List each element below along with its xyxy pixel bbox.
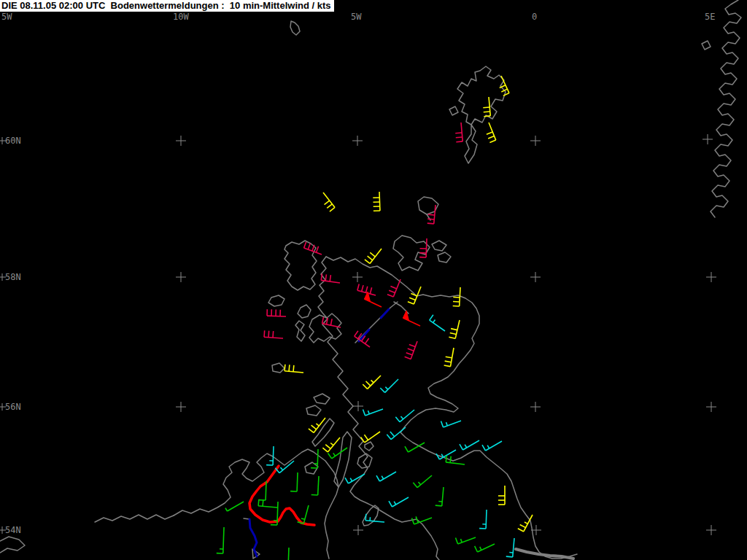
wind-barb bbox=[361, 432, 380, 443]
wind-barb bbox=[365, 249, 382, 263]
wind-barb bbox=[267, 309, 286, 316]
wind-barb bbox=[373, 192, 380, 211]
wind-barb bbox=[328, 448, 347, 459]
wind-barb-tick bbox=[450, 332, 457, 334]
lon-label: 5E bbox=[705, 12, 715, 22]
wind-barb-tick bbox=[394, 502, 396, 505]
wind-barb-tick bbox=[325, 445, 330, 449]
wind-barb-shaft bbox=[264, 337, 283, 338]
wind-barb-tick bbox=[488, 136, 494, 139]
wind-barb-tick bbox=[316, 246, 318, 252]
wind-barb-tick bbox=[293, 365, 294, 372]
wind-barb-tick bbox=[441, 421, 443, 427]
wind-barb-tick bbox=[330, 319, 332, 325]
wind-barb-shaft bbox=[266, 481, 266, 500]
wind-barb-shaft bbox=[434, 205, 436, 224]
title-bar: DIE 08.11.05 02:00 UTC Bodenwettermeldun… bbox=[0, 0, 334, 12]
wind-barb-tick bbox=[382, 476, 384, 479]
wind-barb-tick bbox=[487, 132, 492, 134]
coastline bbox=[711, 0, 741, 217]
wind-barb-shaft bbox=[379, 192, 380, 211]
wind-barb-shaft bbox=[486, 510, 487, 529]
lon-label: 5W bbox=[351, 12, 362, 22]
wind-barb bbox=[264, 330, 283, 338]
wind-barb-tick bbox=[395, 417, 400, 422]
wind-barb bbox=[482, 441, 502, 451]
wind-barb-tick bbox=[365, 514, 366, 521]
wind-barb bbox=[290, 472, 298, 491]
wind-barb bbox=[436, 487, 444, 506]
wind-barbs-layer bbox=[217, 76, 533, 560]
wind-barb bbox=[455, 537, 476, 544]
wind-barb-tick bbox=[480, 547, 481, 551]
wind-barb-tick bbox=[264, 330, 265, 337]
wind-barb-tick bbox=[365, 260, 370, 264]
wind-barb-tick bbox=[355, 331, 358, 336]
wind-barb-tick bbox=[456, 137, 462, 138]
wind-barb bbox=[413, 475, 432, 488]
title-text: DIE 08.11.05 02:00 UTC Bodenwettermeldun… bbox=[1, 0, 331, 11]
wind-barb-tick bbox=[225, 508, 228, 511]
wind-barb-tick bbox=[285, 365, 285, 371]
wind-barb-tick bbox=[409, 344, 415, 346]
lat-label: 54N bbox=[5, 525, 21, 535]
wind-barb-shaft bbox=[400, 410, 414, 422]
wind-barb-tick bbox=[408, 349, 414, 351]
wind-barb bbox=[475, 544, 495, 552]
wind-barb-tick bbox=[482, 445, 486, 451]
wind-barb-shaft bbox=[365, 521, 384, 522]
coastline bbox=[312, 419, 334, 446]
wind-barb bbox=[441, 421, 461, 427]
wind-barb-shaft bbox=[277, 502, 278, 525]
coastline bbox=[457, 66, 506, 125]
wind-barb-tick bbox=[484, 116, 490, 117]
wind-barb-tick bbox=[390, 287, 396, 289]
wind-barb bbox=[387, 427, 406, 440]
wind-barb-tick bbox=[484, 112, 490, 112]
coastline-layer bbox=[0, 0, 741, 560]
wind-barb-tick bbox=[301, 518, 305, 519]
wind-barb-shaft bbox=[460, 287, 460, 306]
wind-barb-shaft bbox=[317, 449, 318, 468]
wind-barb bbox=[455, 122, 462, 142]
graticule-layer bbox=[0, 134, 716, 535]
wind-barb-tick bbox=[364, 435, 368, 440]
wind-barb-shaft bbox=[461, 122, 462, 141]
wind-barb-tick bbox=[506, 556, 513, 557]
wind-barb-tick bbox=[389, 501, 392, 507]
wind-barb-tick bbox=[449, 337, 455, 338]
wind-barb bbox=[217, 527, 224, 553]
wind-barb bbox=[430, 315, 445, 331]
wind-barb-tick bbox=[316, 424, 319, 426]
wind-barb-tick bbox=[405, 446, 409, 452]
wind-barb bbox=[453, 287, 460, 306]
wind-barb bbox=[311, 476, 319, 495]
weather-app-window: 5W10W5W05E60N58N56N54N DIE 08.11.05 02:0… bbox=[0, 0, 747, 560]
wind-barb-shaft bbox=[318, 476, 319, 495]
wind-barb-tick bbox=[411, 518, 414, 524]
wind-barb-tick bbox=[268, 331, 269, 338]
wind-barb bbox=[389, 497, 409, 507]
wind-barb-tick bbox=[380, 388, 384, 392]
wind-barb-shaft bbox=[332, 448, 347, 459]
lon-label: 0 bbox=[532, 12, 537, 22]
wind-barb-shaft bbox=[368, 376, 381, 389]
wind-barb-shaft bbox=[370, 249, 382, 263]
wind-barb-shaft bbox=[365, 432, 380, 443]
wind-barb-tick bbox=[330, 275, 330, 281]
wind-barb bbox=[487, 122, 496, 142]
wind-barb-tick bbox=[308, 244, 310, 249]
wind-barb-shaft bbox=[417, 475, 432, 488]
weather-map-canvas[interactable]: 5W10W5W05E60N58N56N54N bbox=[0, 0, 747, 560]
wind-barb bbox=[322, 438, 340, 452]
wind-barb-shaft bbox=[513, 538, 514, 557]
wind-barb-tick bbox=[456, 141, 462, 142]
wind-barb bbox=[376, 472, 396, 481]
wind-barb bbox=[411, 516, 432, 524]
wind-barb-tick bbox=[273, 331, 274, 338]
wind-barb-tick bbox=[363, 409, 365, 415]
wind-barb bbox=[363, 376, 381, 389]
wind-barb-tick bbox=[325, 274, 326, 281]
wind-barb-shaft bbox=[297, 472, 298, 491]
coastline bbox=[438, 252, 451, 262]
